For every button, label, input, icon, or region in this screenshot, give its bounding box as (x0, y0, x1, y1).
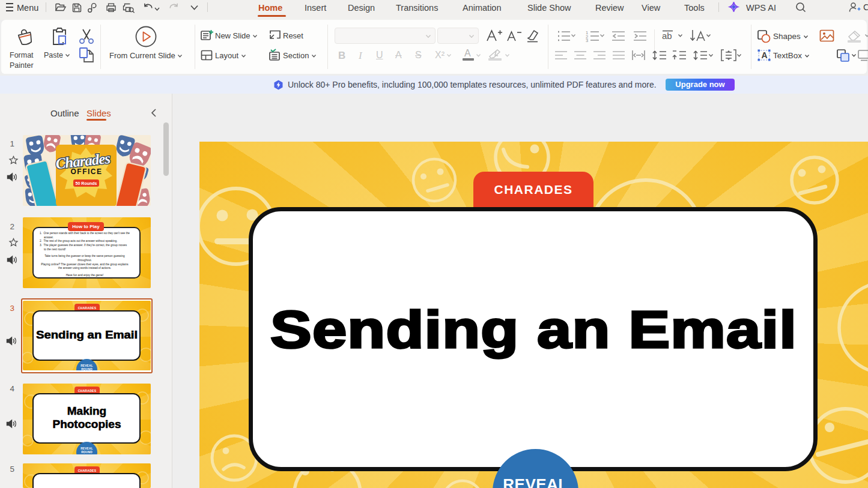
svg-text:OFFICE: OFFICE (71, 167, 103, 176)
svg-text:A: A (762, 50, 768, 60)
svg-text:50 Rounds: 50 Rounds (76, 181, 97, 185)
svg-text:ab: ab (662, 31, 672, 41)
svg-text:Co: Co (863, 2, 868, 12)
svg-text:3: 3 (586, 38, 588, 42)
